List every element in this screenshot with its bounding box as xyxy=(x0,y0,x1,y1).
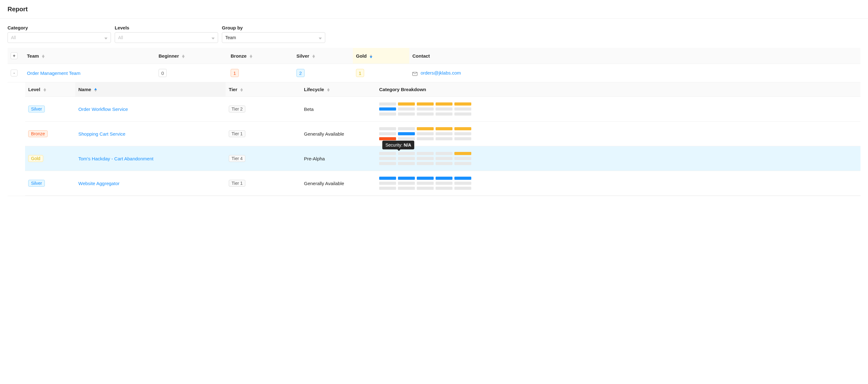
breakdown-cell[interactable] xyxy=(417,162,434,165)
breakdown-cell[interactable] xyxy=(379,102,396,105)
breakdown-cell[interactable] xyxy=(436,102,453,105)
breakdown-cell[interactable] xyxy=(454,132,471,135)
col-tier[interactable]: Tier xyxy=(226,83,301,97)
breakdown-cell[interactable] xyxy=(454,177,471,180)
expand-all-button[interactable]: + xyxy=(11,52,18,59)
breakdown-cell[interactable] xyxy=(379,162,396,165)
breakdown-cell[interactable] xyxy=(454,152,471,155)
lifecycle-value: Generally Available xyxy=(301,122,376,146)
breakdown-cell[interactable] xyxy=(417,157,434,160)
category-breakdown[interactable]: Security: N/A xyxy=(379,152,479,165)
breakdown-cell[interactable] xyxy=(454,182,471,185)
breakdown-cell[interactable] xyxy=(436,107,453,110)
filter-category: Category All xyxy=(7,25,111,43)
breakdown-cell[interactable] xyxy=(417,152,434,155)
breakdown-cell[interactable] xyxy=(398,113,415,116)
breakdown-cell[interactable] xyxy=(398,127,415,130)
collapse-row-button[interactable]: - xyxy=(11,69,18,76)
breakdown-cell[interactable] xyxy=(398,187,415,190)
category-breakdown[interactable] xyxy=(379,102,479,116)
breakdown-cell[interactable] xyxy=(379,152,396,155)
level-tag: Bronze xyxy=(28,130,48,137)
col-team-label: Team xyxy=(27,53,39,59)
col-lifecycle-label: Lifecycle xyxy=(304,87,324,92)
chevron-down-icon xyxy=(104,36,107,39)
breakdown-cell[interactable] xyxy=(436,157,453,160)
service-link[interactable]: Shopping Cart Service xyxy=(78,131,125,136)
service-link[interactable]: Website Aggregator xyxy=(78,181,119,186)
col-team[interactable]: Team xyxy=(24,48,155,64)
breakdown-cell[interactable] xyxy=(417,137,434,140)
col-silver-label: Silver xyxy=(297,53,309,59)
lifecycle-value: Beta xyxy=(301,97,376,122)
col-lifecycle[interactable]: Lifecycle xyxy=(301,83,376,97)
filter-levels-label: Levels xyxy=(115,25,218,30)
breakdown-cell[interactable] xyxy=(398,157,415,160)
detail-row-item: SilverWebsite AggregatorTier 1Generally … xyxy=(25,171,861,196)
breakdown-cell[interactable] xyxy=(379,107,396,110)
breakdown-cell[interactable] xyxy=(436,132,453,135)
team-link[interactable]: Order Management Team xyxy=(27,70,81,76)
breakdown-cell[interactable] xyxy=(436,162,453,165)
breakdown-cell[interactable] xyxy=(379,187,396,190)
breakdown-cell[interactable] xyxy=(417,113,434,116)
breakdown-cell[interactable] xyxy=(436,152,453,155)
breakdown-cell[interactable] xyxy=(454,137,471,140)
groupby-select[interactable]: Team xyxy=(222,32,325,43)
breakdown-cell[interactable] xyxy=(398,182,415,185)
breakdown-cell[interactable] xyxy=(454,187,471,190)
breakdown-cell[interactable] xyxy=(398,137,415,140)
breakdown-cell[interactable] xyxy=(379,137,396,140)
breakdown-cell[interactable] xyxy=(398,152,415,155)
category-breakdown[interactable] xyxy=(379,177,479,190)
breakdown-cell[interactable] xyxy=(454,127,471,130)
breakdown-cell[interactable] xyxy=(398,162,415,165)
breakdown-cell[interactable] xyxy=(379,182,396,185)
col-beginner[interactable]: Beginner xyxy=(155,48,227,64)
col-silver[interactable]: Silver xyxy=(293,48,353,64)
breakdown-cell[interactable] xyxy=(379,127,396,130)
col-bronze[interactable]: Bronze xyxy=(227,48,293,64)
breakdown-cell[interactable] xyxy=(417,102,434,105)
breakdown-cell[interactable] xyxy=(454,107,471,110)
breakdown-cell[interactable] xyxy=(417,132,434,135)
sort-icon xyxy=(94,88,97,92)
service-link[interactable]: Order Workflow Service xyxy=(78,106,128,112)
breakdown-cell[interactable] xyxy=(398,107,415,110)
breakdown-cell[interactable] xyxy=(379,132,396,135)
breakdown-cell[interactable] xyxy=(417,187,434,190)
breakdown-cell[interactable] xyxy=(379,113,396,116)
breakdown-cell[interactable] xyxy=(417,182,434,185)
breakdown-cell[interactable] xyxy=(436,137,453,140)
breakdown-cell[interactable] xyxy=(454,113,471,116)
breakdown-cell[interactable] xyxy=(417,107,434,110)
sort-icon xyxy=(370,55,372,58)
breakdown-cell[interactable] xyxy=(454,162,471,165)
breakdown-cell[interactable] xyxy=(379,177,396,180)
col-contact: Contact xyxy=(409,48,861,64)
breakdown-cell[interactable] xyxy=(454,102,471,105)
col-gold[interactable]: Gold xyxy=(353,48,409,64)
service-link[interactable]: Tom's Hackday - Cart Abandonment xyxy=(78,156,154,161)
breakdown-cell[interactable] xyxy=(398,177,415,180)
breakdown-cell[interactable] xyxy=(436,127,453,130)
breakdown-cell[interactable] xyxy=(398,102,415,105)
contact-link[interactable]: orders@jklabs.com xyxy=(421,70,461,75)
col-name[interactable]: Name xyxy=(75,83,226,97)
breakdown-cell[interactable] xyxy=(454,157,471,160)
lifecycle-value: Pre-Alpha xyxy=(301,146,376,171)
col-level[interactable]: Level xyxy=(25,83,75,97)
breakdown-cell[interactable] xyxy=(436,113,453,116)
breakdown-cell[interactable] xyxy=(398,132,415,135)
breakdown-cell[interactable] xyxy=(436,187,453,190)
breakdown-cell[interactable] xyxy=(417,177,434,180)
breakdown-cell[interactable] xyxy=(436,182,453,185)
breakdown-cell[interactable] xyxy=(417,127,434,130)
levels-select[interactable]: All xyxy=(115,32,218,43)
breakdown-cell[interactable] xyxy=(436,177,453,180)
bronze-count: 1 xyxy=(230,69,239,77)
col-breakdown: Category Breakdown xyxy=(376,83,861,97)
breakdown-cell[interactable] xyxy=(379,157,396,160)
category-breakdown[interactable] xyxy=(379,127,479,140)
category-select[interactable]: All xyxy=(7,32,111,43)
